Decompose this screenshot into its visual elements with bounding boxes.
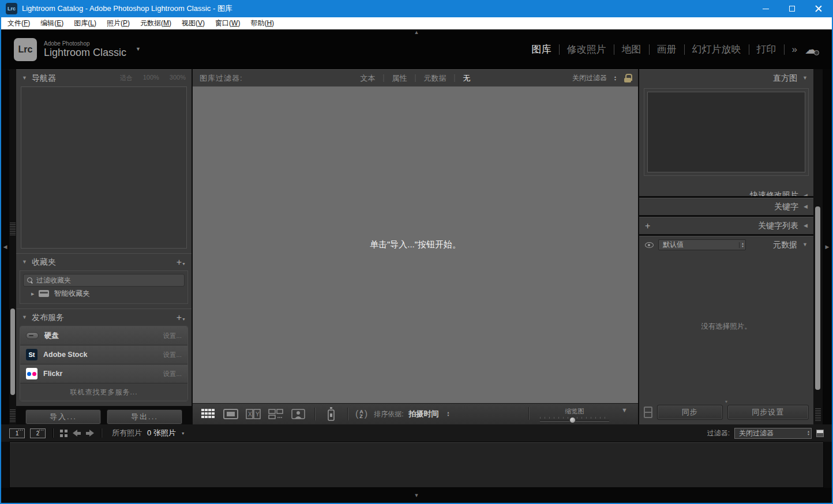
loupe-view-button[interactable]	[222, 407, 239, 421]
import-button[interactable]: 导入...	[25, 409, 101, 424]
sync-settings-button[interactable]: 同步设置	[727, 405, 809, 420]
caret-down-icon: ▼	[22, 259, 27, 265]
eye-icon[interactable]	[645, 242, 654, 248]
hard-drive-settings[interactable]: 设置...	[163, 332, 182, 340]
sort-by-value[interactable]: 拍摄时间	[409, 409, 439, 419]
divider	[415, 74, 416, 82]
left-panel-collapse-strip[interactable]: ◀	[1, 69, 9, 424]
collapse-right-caret[interactable]: ▶	[826, 245, 830, 250]
menu-view[interactable]: 视图(V)	[177, 17, 210, 29]
filter-preset-dropdown[interactable]: 关闭过滤器	[572, 73, 607, 83]
histogram-header[interactable]: 直方图 ▼	[639, 70, 813, 86]
filmstrip-toggle-icon[interactable]	[816, 430, 824, 437]
forward-button[interactable]	[86, 430, 94, 437]
keyword-list-header[interactable]: + 关键字列表 ◀	[639, 217, 813, 234]
module-map[interactable]: 地图	[622, 43, 641, 56]
cloud-sync-icon[interactable]: ☁	[805, 43, 817, 55]
scrollbar-thumb[interactable]	[10, 309, 15, 395]
module-print[interactable]: 打印	[757, 43, 776, 56]
module-header: ▲ Lrc Adobe Photoshop Lightroom Classic …	[1, 29, 832, 69]
filmstrip-content[interactable]	[9, 442, 824, 488]
painter-spray-button[interactable]	[322, 407, 340, 421]
flickr-settings[interactable]: 设置...	[163, 370, 182, 378]
filter-lock-icon[interactable]	[624, 74, 631, 82]
keywording-header[interactable]: 关键字 ◀	[639, 198, 813, 215]
metadata-preset-dropdown[interactable]: 默认值 ▲▼	[658, 239, 746, 250]
publish-services-header[interactable]: ▼ 发布服务 +▼	[16, 309, 192, 326]
scrollbar-thumb[interactable]	[815, 206, 820, 390]
thumbnail-slider[interactable]	[540, 417, 609, 422]
publish-service-flickr[interactable]: Flickr 设置...	[20, 364, 187, 383]
menu-window[interactable]: 窗口(W)	[210, 17, 245, 29]
grip	[10, 409, 16, 422]
second-window-button[interactable]: 2	[30, 428, 46, 438]
collections-filter-input[interactable]: 过滤收藏夹	[23, 274, 185, 287]
zoom-300[interactable]: 300%	[170, 74, 186, 82]
publish-service-adobe-stock[interactable]: St Adobe Stock 设置...	[20, 345, 187, 364]
filmstrip-filter-dropdown[interactable]: 关闭过滤器 ▲▼	[734, 428, 812, 439]
caret-right-icon[interactable]: ▶	[31, 292, 34, 296]
toolbar-options-caret[interactable]: ▼	[618, 407, 631, 413]
source-caret[interactable]: ▼	[181, 431, 185, 435]
menu-library[interactable]: 图库(L)	[69, 17, 102, 29]
minimize-button[interactable]	[752, 0, 779, 17]
module-book[interactable]: 画册	[657, 43, 677, 56]
slider-thumb[interactable]	[569, 417, 576, 423]
menu-metadata[interactable]: 元数据(M)	[135, 17, 177, 29]
panel-end-caret[interactable]: ▼	[725, 400, 729, 404]
add-collection-button[interactable]: +▼	[177, 257, 186, 268]
module-library[interactable]: 图库	[532, 43, 551, 56]
collections-filter-placeholder: 过滤收藏夹	[36, 276, 71, 285]
module-overflow-chevron[interactable]: »	[792, 44, 797, 55]
close-button[interactable]	[805, 0, 832, 17]
sync-switch-icon[interactable]	[644, 407, 652, 418]
menu-help[interactable]: 帮助(H)	[245, 17, 279, 29]
find-more-services-button[interactable]: 联机查找更多服务...	[20, 383, 187, 401]
main-area: ◀ ▼ 导航器 适合 100% 300%	[1, 69, 832, 424]
metadata-header[interactable]: 默认值 ▲▼ 元数据 ▼	[639, 236, 813, 253]
add-keyword-button[interactable]: +	[645, 221, 650, 231]
survey-view-button[interactable]	[267, 407, 284, 421]
maximize-button[interactable]	[779, 0, 805, 17]
sync-button[interactable]: 同步	[657, 405, 723, 420]
navigator-title: 导航器	[32, 73, 56, 84]
grid-view-icon[interactable]	[60, 430, 67, 437]
filter-tab-none[interactable]: 无	[455, 73, 479, 84]
collapse-top-panel-caret[interactable]: ▲	[414, 30, 419, 35]
collapse-left-caret[interactable]: ◀	[3, 245, 7, 250]
right-panel-collapse-strip[interactable]: ▶	[823, 69, 832, 424]
back-button[interactable]	[73, 430, 81, 437]
main-window-button[interactable]: 1	[9, 428, 25, 438]
menu-file[interactable]: 文件(F)	[2, 17, 35, 29]
menu-edit[interactable]: 编辑(E)	[35, 17, 69, 29]
compare-view-button[interactable]: XY	[245, 407, 262, 421]
module-slideshow[interactable]: 幻灯片放映	[692, 43, 741, 56]
filter-tab-text[interactable]: 文本	[352, 73, 384, 84]
menu-photo[interactable]: 照片(P)	[102, 17, 135, 29]
filter-tab-metadata[interactable]: 元数据	[416, 73, 455, 84]
zoom-fit[interactable]: 适合	[120, 74, 133, 82]
zoom-100[interactable]: 100%	[143, 74, 159, 82]
photo-count[interactable]: 0 张照片	[147, 428, 176, 438]
people-view-button[interactable]	[290, 407, 307, 421]
menu-bar: 文件(F) 编辑(E) 图库(L) 照片(P) 元数据(M) 视图(V) 窗口(…	[1, 17, 832, 29]
sort-direction-icon[interactable]: ( AZ )	[355, 409, 367, 419]
collections-header[interactable]: ▼ 收藏夹 +▼	[16, 254, 192, 270]
right-panel-scrollbar[interactable]	[813, 69, 823, 424]
add-publish-service-button[interactable]: +▼	[177, 313, 186, 323]
bottom-collapse-strip[interactable]: ▼	[1, 488, 832, 503]
adobe-stock-settings[interactable]: 设置...	[163, 351, 182, 359]
smart-collections-row[interactable]: ▶ 智能收藏夹	[23, 287, 185, 300]
quick-develop-panel-clipped[interactable]: 快速修改照片 ◀	[639, 187, 813, 196]
navigator-header[interactable]: ▼ 导航器 适合 100% 300%	[16, 70, 192, 86]
source-indicator[interactable]: 所有照片	[112, 428, 142, 438]
filter-tab-attribute[interactable]: 属性	[384, 73, 415, 84]
no-photo-selected-message: 没有选择照片。	[701, 322, 752, 332]
publish-service-hard-drive[interactable]: 硬盘 设置...	[20, 326, 187, 345]
catalog-dropdown-caret[interactable]: ▼	[136, 47, 141, 52]
export-button[interactable]: 导出...	[107, 409, 182, 424]
left-panel-scrollbar[interactable]	[9, 69, 16, 424]
module-develop[interactable]: 修改照片	[567, 43, 606, 56]
collapse-bottom-caret[interactable]: ▼	[414, 493, 419, 498]
grid-view-button[interactable]	[200, 407, 217, 421]
